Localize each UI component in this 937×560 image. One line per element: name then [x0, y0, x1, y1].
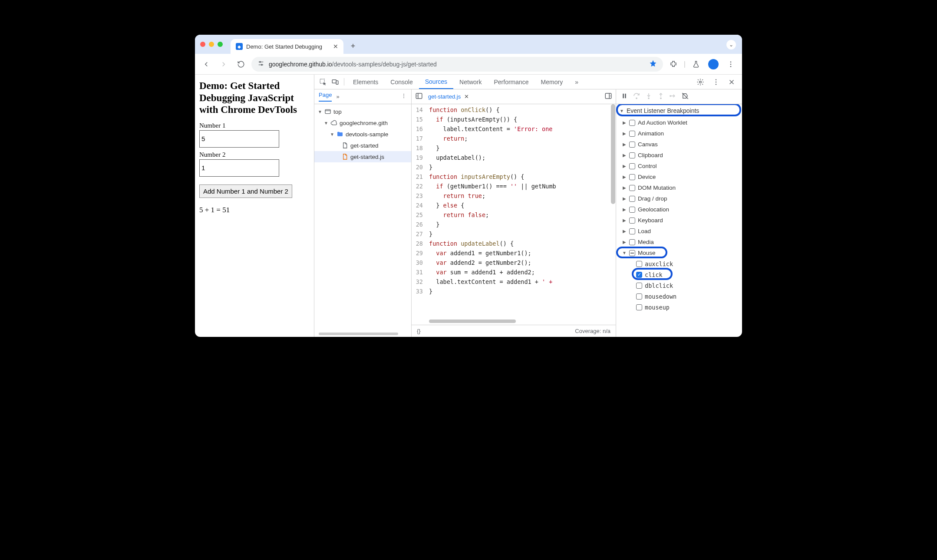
omnibox[interactable]: googlechrome.github.io/devtools-samples/…: [251, 57, 663, 72]
devtools-tab-performance[interactable]: Performance: [488, 75, 534, 89]
bookmark-star-icon[interactable]: [649, 59, 657, 69]
breakpoint-category[interactable]: ▶Clipboard: [616, 150, 742, 161]
event-checkbox[interactable]: [636, 261, 642, 267]
breakpoint-category[interactable]: ▶Geolocation: [616, 204, 742, 215]
breakpoint-category[interactable]: ▶Device: [616, 171, 742, 182]
close-window-button[interactable]: [200, 42, 205, 47]
devtools-tab-sources[interactable]: Sources: [419, 75, 453, 89]
editor-tab[interactable]: get-started.js ✕: [426, 89, 471, 104]
navigator-tab-page[interactable]: Page: [319, 92, 332, 102]
event-checkbox[interactable]: [636, 283, 642, 289]
devtools-menu-icon[interactable]: [709, 75, 723, 89]
site-settings-icon[interactable]: [257, 60, 264, 68]
event-listener-breakpoints-header[interactable]: ▼ Event Listener Breakpoints: [616, 104, 742, 117]
toggle-debugger-icon[interactable]: [604, 92, 612, 101]
breakpoint-category[interactable]: ▼Mouse: [616, 247, 742, 258]
profile-button[interactable]: [706, 57, 720, 71]
breakpoint-event[interactable]: mousedown: [616, 291, 742, 302]
pause-button[interactable]: [620, 92, 628, 101]
step-out-button[interactable]: [657, 92, 665, 101]
maximize-window-button[interactable]: [218, 42, 223, 47]
navigator-tab-overflow[interactable]: »: [336, 93, 339, 100]
breakpoint-event[interactable]: ✓click: [616, 269, 742, 280]
event-checkbox[interactable]: [636, 293, 642, 300]
devtools-tab-elements[interactable]: Elements: [347, 75, 384, 89]
tree-file-js[interactable]: get-started.js: [314, 151, 411, 162]
category-checkbox[interactable]: [629, 142, 635, 148]
debugger-sidebar: ▼ Event Listener Breakpoints ▶Ad Auction…: [616, 89, 742, 337]
category-checkbox[interactable]: [629, 217, 635, 224]
breakpoint-category[interactable]: ▶Keyboard: [616, 215, 742, 226]
new-tab-button[interactable]: +: [347, 40, 359, 52]
category-checkbox[interactable]: [629, 163, 635, 169]
category-checkbox[interactable]: [629, 174, 635, 180]
device-toolbar-icon[interactable]: [329, 75, 341, 89]
devtools-tab-memory[interactable]: Memory: [535, 75, 569, 89]
navigator-menu-icon[interactable]: [401, 93, 407, 100]
breakpoint-category[interactable]: ▶Load: [616, 226, 742, 237]
browser-toolbar: googlechrome.github.io/devtools-samples/…: [195, 54, 742, 75]
devtools-tab-console[interactable]: Console: [384, 75, 419, 89]
tree-origin[interactable]: ▼ googlechrome.gith: [314, 117, 411, 128]
breakpoint-category[interactable]: ▶Ad Auction Worklet: [616, 117, 742, 128]
category-checkbox[interactable]: [629, 196, 635, 202]
tree-folder[interactable]: ▼ devtools-sample: [314, 128, 411, 140]
back-button[interactable]: [199, 57, 213, 71]
result-text: 5 + 1 = 51: [199, 206, 310, 214]
devtools-tab-overflow[interactable]: »: [569, 75, 584, 89]
category-checkbox[interactable]: [629, 185, 635, 191]
browser-tab[interactable]: ◆ Demo: Get Started Debugging ✕: [231, 39, 343, 54]
tree-top[interactable]: ▼ top: [314, 106, 411, 117]
breakpoint-category[interactable]: ▶Media: [616, 237, 742, 247]
breakpoint-category[interactable]: ▶Drag / drop: [616, 193, 742, 204]
breakpoint-category[interactable]: ▶Canvas: [616, 139, 742, 150]
add-button[interactable]: Add Number 1 and Number 2: [199, 184, 292, 198]
toggle-navigator-icon[interactable]: [415, 92, 423, 101]
tab-overflow-button[interactable]: ⌄: [726, 40, 736, 49]
breakpoint-event[interactable]: auxclick: [616, 258, 742, 269]
svg-point-14: [403, 97, 404, 98]
devtools-settings-icon[interactable]: [693, 75, 707, 89]
tab-close-icon[interactable]: ✕: [333, 43, 338, 50]
event-checkbox[interactable]: ✓: [636, 272, 642, 278]
chrome-menu-button[interactable]: [724, 57, 738, 71]
devtools-close-icon[interactable]: [725, 75, 739, 89]
navigator-scrollbar[interactable]: [319, 333, 398, 335]
editor-tab-close-icon[interactable]: ✕: [464, 93, 469, 100]
category-checkbox[interactable]: [629, 250, 635, 256]
inspect-element-icon[interactable]: [317, 75, 329, 89]
tree-file-html[interactable]: get-started: [314, 140, 411, 151]
step-over-button[interactable]: [633, 92, 640, 101]
reload-button[interactable]: [234, 57, 248, 71]
num1-input[interactable]: [199, 130, 279, 148]
category-checkbox[interactable]: [629, 228, 635, 234]
category-checkbox[interactable]: [629, 120, 635, 126]
category-checkbox[interactable]: [629, 152, 635, 158]
svg-point-23: [670, 96, 671, 96]
breakpoint-category[interactable]: ▶Animation: [616, 128, 742, 139]
editor-status-left[interactable]: {}: [417, 328, 421, 334]
breakpoint-event[interactable]: dblclick: [616, 280, 742, 291]
extensions-button[interactable]: [666, 57, 680, 71]
step-into-button[interactable]: [645, 92, 653, 101]
step-button[interactable]: [669, 92, 677, 101]
labs-button[interactable]: [689, 57, 703, 71]
svg-point-13: [403, 96, 404, 96]
breakpoint-category[interactable]: ▶Control: [616, 161, 742, 171]
minimize-window-button[interactable]: [209, 42, 214, 47]
devtools-body: Page » ▼ top ▼: [314, 89, 742, 337]
num2-input[interactable]: [199, 159, 279, 177]
category-checkbox[interactable]: [629, 239, 635, 245]
editor-vscrollbar[interactable]: [610, 104, 616, 316]
forward-button[interactable]: [217, 57, 231, 71]
category-checkbox[interactable]: [629, 131, 635, 137]
editor-hscrollbar[interactable]: [429, 320, 516, 323]
deactivate-breakpoints-button[interactable]: [681, 92, 689, 101]
code-viewport[interactable]: 14function onClick() {15 if (inputsAreEm…: [412, 104, 616, 325]
category-checkbox[interactable]: [629, 207, 635, 213]
event-checkbox[interactable]: [636, 304, 642, 310]
devtools-tab-network[interactable]: Network: [453, 75, 488, 89]
breakpoint-category[interactable]: ▶DOM Mutation: [616, 182, 742, 193]
breakpoint-event[interactable]: mouseup: [616, 302, 742, 313]
file-tree[interactable]: ▼ top ▼ googlechrome.gith ▼ devto: [314, 104, 411, 337]
